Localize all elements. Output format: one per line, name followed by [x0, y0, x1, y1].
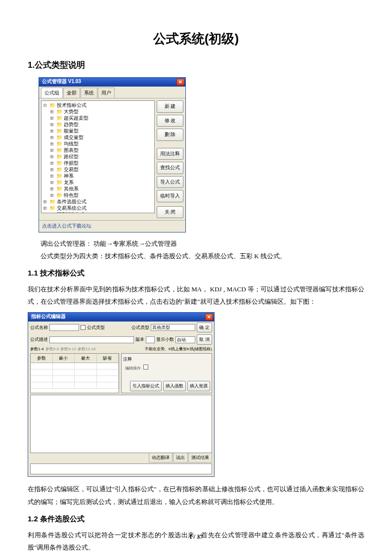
modify-button[interactable]: 修 改 [157, 115, 183, 127]
type-checkbox[interactable] [81, 325, 86, 330]
param-tab-3[interactable]: 参数9-12 [60, 346, 76, 353]
editor-title: 指标公式编辑器 [31, 312, 66, 322]
usage-button[interactable]: 用法注释 [157, 148, 183, 160]
caption-types: 公式类型分为四大类：技术指标公式、条件选股公式、交易系统公式、五彩 K 线公式。 [28, 250, 364, 262]
label-ver: 版本 [135, 335, 144, 344]
right-caption: 不能在走势、K线上叠加K线(辅图指标) [145, 346, 212, 353]
find-button[interactable]: 查找公式 [157, 162, 183, 174]
import-button[interactable]: 导入公式 [157, 176, 183, 188]
param-tab-1[interactable]: 参数1-4 [30, 346, 44, 353]
formula-manager-window: 公式管理器 V1.03 ✕ 公式组 全部 系统 用户 ⊟ 📁 技术指标公式 ⊞ … [39, 77, 186, 232]
formula-editor-window: 指标公式编辑器 ✕ 公式名称 公式类型 公式类型 其他类型 确 定 公式描述 版… [28, 312, 215, 477]
close-button[interactable]: 关 闭 [157, 206, 183, 219]
param-table[interactable]: 参数 最小 最大 缺省 [30, 353, 119, 393]
temp-import-button[interactable]: 临时导入 [157, 190, 183, 202]
editor-titlebar: 指标公式编辑器 ✕ [28, 313, 214, 322]
section-1-heading: 1.公式类型说明 [28, 57, 364, 73]
page-number: 1 / 37 [0, 531, 392, 542]
type-select[interactable]: 其他类型 [151, 324, 195, 331]
insert-resource-button[interactable]: 插入资源 [187, 381, 210, 391]
label-disp: 显示小数 [156, 335, 174, 344]
tab-strip: 公式组 全部 系统 用户 [39, 87, 185, 99]
bottom-tabs: 动态翻译 说出 测试结果 [28, 453, 214, 463]
delete-button[interactable]: 删 除 [157, 129, 183, 141]
tab-test[interactable]: 测试结果 [188, 453, 212, 463]
formula-tree[interactable]: ⊟ 📁 技术指标公式 ⊞ 📁 大势型 ⊞ 📁 超买超卖型 ⊞ 📁 趋势型 ⊞ 📁… [41, 100, 155, 213]
close-icon[interactable]: ✕ [176, 79, 184, 86]
param-tab-2[interactable]: 参数5-8 [45, 346, 59, 353]
param-tab-4[interactable]: 参数13-16 [78, 346, 95, 353]
decimal-select[interactable]: 自动 [175, 336, 195, 343]
paragraph-1-1-a: 我们在技术分析界面中见到的指标为技术指标公式，比如 MA， KDJ , MACD… [28, 283, 364, 308]
tab-user[interactable]: 用户 [98, 88, 115, 98]
insert-function-button[interactable]: 插入函数 [163, 381, 186, 391]
label-chk: 公式类型 [87, 324, 105, 332]
subsection-1-1: 1.1 技术指标公式 [28, 266, 364, 280]
close-icon[interactable]: ✕ [205, 314, 213, 321]
name-input[interactable] [49, 324, 79, 331]
tab-system[interactable]: 系统 [81, 88, 97, 98]
tab-translate[interactable]: 动态翻译 [149, 453, 173, 463]
paragraph-1-1-b: 在指标公式编辑区，可以通过"引入指标公式"，在已有指标的基础上修改指标公式，也可… [28, 483, 364, 508]
button-column: 新 建 修 改 删 除 用法注释 查找公式 导入公式 临时导入 关 闭 [157, 100, 183, 218]
tab-group[interactable]: 公式组 [41, 88, 63, 98]
right-panel: 注释 编辑操作 引入指标公式 插入函数 插入资源 [121, 353, 212, 393]
status-bar[interactable]: 点击进入公式下载论坛 [39, 220, 185, 232]
tab-speak[interactable]: 说出 [173, 453, 188, 463]
caption-open-manager: 调出公式管理器： 功能→专家系统→公式管理器 [28, 237, 364, 250]
tree-selected: 技术指标公式 [57, 102, 87, 108]
label-desc: 公式描述 [30, 335, 48, 344]
import-formula-button[interactable]: 引入指标公式 [130, 381, 162, 391]
output-panel [30, 463, 212, 474]
window-title: 公式管理器 V1.03 [42, 77, 81, 87]
window-titlebar: 公式管理器 V1.03 ✕ [39, 78, 185, 87]
new-button[interactable]: 新 建 [157, 100, 183, 113]
label-type: 公式类型 [131, 324, 149, 332]
label-name: 公式名称 [30, 324, 48, 332]
page-title: 公式系统(初级) [28, 27, 364, 50]
ver-input[interactable] [146, 336, 155, 343]
desc-input[interactable] [49, 336, 134, 343]
subsection-1-2: 1.2 条件选股公式 [28, 512, 364, 526]
code-editor[interactable] [30, 395, 212, 453]
tab-all[interactable]: 全部 [63, 88, 80, 98]
ok-button[interactable]: 确 定 [197, 323, 212, 333]
cancel-button[interactable]: 取 消 [197, 334, 212, 345]
